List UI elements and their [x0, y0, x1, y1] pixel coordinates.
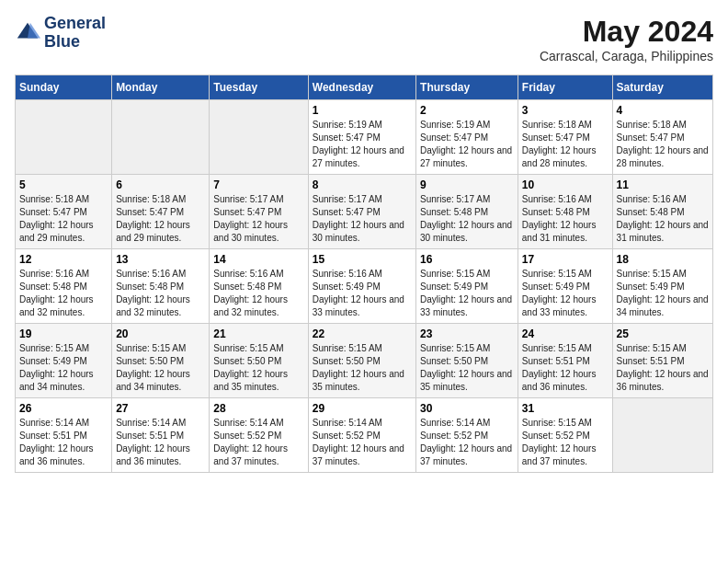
day-number: 10 [522, 178, 609, 191]
title-block: May 2024 Carrascal, Caraga, Philippines [540, 15, 713, 63]
day-number: 16 [420, 253, 514, 266]
calendar-cell: 5Sunrise: 5:18 AMSunset: 5:47 PMDaylight… [16, 175, 112, 249]
calendar-cell: 1Sunrise: 5:19 AMSunset: 5:47 PMDaylight… [308, 100, 415, 175]
header-day: Thursday [416, 75, 518, 100]
calendar-cell: 24Sunrise: 5:15 AMSunset: 5:51 PMDayligh… [518, 324, 612, 398]
day-number: 28 [213, 402, 303, 415]
calendar-cell: 21Sunrise: 5:15 AMSunset: 5:50 PMDayligh… [210, 324, 308, 398]
calendar-cell: 13Sunrise: 5:16 AMSunset: 5:48 PMDayligh… [112, 249, 210, 324]
day-number: 20 [116, 327, 205, 340]
calendar-cell: 10Sunrise: 5:16 AMSunset: 5:48 PMDayligh… [518, 175, 612, 249]
day-number: 30 [420, 402, 514, 415]
header-day: Tuesday [210, 75, 308, 100]
day-info: Sunrise: 5:18 AMSunset: 5:47 PMDaylight:… [19, 193, 108, 245]
calendar-cell: 16Sunrise: 5:15 AMSunset: 5:49 PMDayligh… [416, 249, 518, 324]
day-info: Sunrise: 5:15 AMSunset: 5:49 PMDaylight:… [617, 268, 709, 319]
calendar-cell: 9Sunrise: 5:17 AMSunset: 5:48 PMDaylight… [416, 175, 518, 249]
calendar-cell: 8Sunrise: 5:17 AMSunset: 5:47 PMDaylight… [308, 175, 415, 249]
day-info: Sunrise: 5:16 AMSunset: 5:49 PMDaylight:… [313, 268, 412, 319]
calendar-week-row: 5Sunrise: 5:18 AMSunset: 5:47 PMDaylight… [16, 175, 713, 249]
day-number: 7 [213, 178, 303, 191]
calendar-cell [16, 100, 112, 175]
day-info: Sunrise: 5:15 AMSunset: 5:52 PMDaylight:… [522, 417, 609, 468]
calendar-cell: 15Sunrise: 5:16 AMSunset: 5:49 PMDayligh… [308, 249, 415, 324]
day-info: Sunrise: 5:15 AMSunset: 5:51 PMDaylight:… [617, 342, 709, 394]
calendar-cell: 22Sunrise: 5:15 AMSunset: 5:50 PMDayligh… [308, 324, 415, 398]
calendar-cell: 2Sunrise: 5:19 AMSunset: 5:47 PMDaylight… [416, 100, 518, 175]
header-day: Monday [112, 75, 210, 100]
calendar-cell [112, 100, 210, 175]
day-number: 9 [420, 178, 514, 191]
page-header: General Blue May 2024 Carrascal, Caraga,… [15, 15, 713, 63]
day-number: 2 [420, 104, 514, 117]
day-number: 4 [617, 104, 709, 117]
calendar-cell: 28Sunrise: 5:14 AMSunset: 5:52 PMDayligh… [210, 398, 308, 473]
day-number: 24 [522, 327, 609, 340]
logo: General Blue [15, 15, 106, 52]
day-number: 14 [213, 253, 303, 266]
day-info: Sunrise: 5:15 AMSunset: 5:49 PMDaylight:… [420, 268, 514, 319]
header-day: Friday [518, 75, 612, 100]
calendar-cell: 19Sunrise: 5:15 AMSunset: 5:49 PMDayligh… [16, 324, 112, 398]
day-number: 13 [116, 253, 205, 266]
subtitle: Carrascal, Caraga, Philippines [540, 49, 713, 63]
calendar-week-row: 1Sunrise: 5:19 AMSunset: 5:47 PMDaylight… [16, 100, 713, 175]
day-info: Sunrise: 5:17 AMSunset: 5:48 PMDaylight:… [420, 193, 514, 245]
calendar-cell: 27Sunrise: 5:14 AMSunset: 5:51 PMDayligh… [112, 398, 210, 473]
day-number: 18 [617, 253, 709, 266]
header-day: Saturday [612, 75, 712, 100]
calendar-cell: 23Sunrise: 5:15 AMSunset: 5:50 PMDayligh… [416, 324, 518, 398]
day-info: Sunrise: 5:15 AMSunset: 5:51 PMDaylight:… [522, 342, 609, 394]
day-number: 31 [522, 402, 609, 415]
calendar-cell [210, 100, 308, 175]
calendar-cell: 31Sunrise: 5:15 AMSunset: 5:52 PMDayligh… [518, 398, 612, 473]
day-info: Sunrise: 5:19 AMSunset: 5:47 PMDaylight:… [313, 119, 412, 170]
calendar-cell: 14Sunrise: 5:16 AMSunset: 5:48 PMDayligh… [210, 249, 308, 324]
calendar-cell: 17Sunrise: 5:15 AMSunset: 5:49 PMDayligh… [518, 249, 612, 324]
day-number: 23 [420, 327, 514, 340]
calendar-week-row: 26Sunrise: 5:14 AMSunset: 5:51 PMDayligh… [16, 398, 713, 473]
calendar-cell: 7Sunrise: 5:17 AMSunset: 5:47 PMDaylight… [210, 175, 308, 249]
day-info: Sunrise: 5:18 AMSunset: 5:47 PMDaylight:… [522, 119, 609, 170]
day-number: 27 [116, 402, 205, 415]
day-number: 26 [19, 402, 108, 415]
day-info: Sunrise: 5:14 AMSunset: 5:51 PMDaylight:… [116, 417, 205, 468]
day-info: Sunrise: 5:14 AMSunset: 5:52 PMDaylight:… [313, 417, 412, 468]
day-info: Sunrise: 5:15 AMSunset: 5:50 PMDaylight:… [213, 342, 303, 394]
day-number: 22 [313, 327, 412, 340]
day-info: Sunrise: 5:15 AMSunset: 5:50 PMDaylight:… [116, 342, 205, 394]
calendar-cell: 11Sunrise: 5:16 AMSunset: 5:48 PMDayligh… [612, 175, 712, 249]
day-info: Sunrise: 5:15 AMSunset: 5:49 PMDaylight:… [19, 342, 108, 394]
calendar-cell: 6Sunrise: 5:18 AMSunset: 5:47 PMDaylight… [112, 175, 210, 249]
calendar-header-row: SundayMondayTuesdayWednesdayThursdayFrid… [16, 75, 713, 100]
day-number: 25 [617, 327, 709, 340]
day-info: Sunrise: 5:15 AMSunset: 5:50 PMDaylight:… [313, 342, 412, 394]
day-number: 15 [313, 253, 412, 266]
day-info: Sunrise: 5:15 AMSunset: 5:50 PMDaylight:… [420, 342, 514, 394]
day-info: Sunrise: 5:14 AMSunset: 5:52 PMDaylight:… [213, 417, 303, 468]
calendar-cell: 4Sunrise: 5:18 AMSunset: 5:47 PMDaylight… [612, 100, 712, 175]
day-number: 19 [19, 327, 108, 340]
day-number: 1 [313, 104, 412, 117]
header-day: Wednesday [308, 75, 415, 100]
calendar-cell: 29Sunrise: 5:14 AMSunset: 5:52 PMDayligh… [308, 398, 415, 473]
day-info: Sunrise: 5:17 AMSunset: 5:47 PMDaylight:… [213, 193, 303, 245]
calendar-week-row: 12Sunrise: 5:16 AMSunset: 5:48 PMDayligh… [16, 249, 713, 324]
logo-text: General Blue [44, 15, 106, 52]
day-number: 17 [522, 253, 609, 266]
day-info: Sunrise: 5:17 AMSunset: 5:47 PMDaylight:… [313, 193, 412, 245]
main-title: May 2024 [540, 15, 713, 49]
calendar-cell: 12Sunrise: 5:16 AMSunset: 5:48 PMDayligh… [16, 249, 112, 324]
day-info: Sunrise: 5:19 AMSunset: 5:47 PMDaylight:… [420, 119, 514, 170]
day-info: Sunrise: 5:15 AMSunset: 5:49 PMDaylight:… [522, 268, 609, 319]
day-info: Sunrise: 5:14 AMSunset: 5:51 PMDaylight:… [19, 417, 108, 468]
day-info: Sunrise: 5:14 AMSunset: 5:52 PMDaylight:… [420, 417, 514, 468]
calendar-cell: 20Sunrise: 5:15 AMSunset: 5:50 PMDayligh… [112, 324, 210, 398]
calendar-cell: 26Sunrise: 5:14 AMSunset: 5:51 PMDayligh… [16, 398, 112, 473]
calendar-cell: 30Sunrise: 5:14 AMSunset: 5:52 PMDayligh… [416, 398, 518, 473]
calendar-body: 1Sunrise: 5:19 AMSunset: 5:47 PMDaylight… [16, 100, 713, 473]
day-number: 12 [19, 253, 108, 266]
day-number: 6 [116, 178, 205, 191]
calendar-week-row: 19Sunrise: 5:15 AMSunset: 5:49 PMDayligh… [16, 324, 713, 398]
calendar-cell: 18Sunrise: 5:15 AMSunset: 5:49 PMDayligh… [612, 249, 712, 324]
